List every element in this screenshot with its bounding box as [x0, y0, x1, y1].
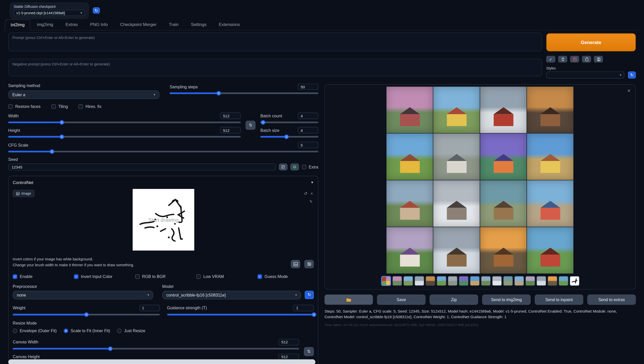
- slider-handle[interactable]: [261, 120, 265, 125]
- send-to-img2img-button[interactable]: Send to img2img: [482, 295, 530, 305]
- slider-track[interactable]: [167, 314, 314, 315]
- thumbnail-15[interactable]: [547, 276, 557, 286]
- tab-img2img[interactable]: img2img: [31, 19, 59, 30]
- gallery-image-2[interactable]: [433, 87, 479, 133]
- thumbnail-11[interactable]: [503, 276, 513, 286]
- new-canvas-button[interactable]: [291, 260, 300, 268]
- open-folder-button[interactable]: [325, 295, 373, 305]
- thumbnail-12[interactable]: [514, 276, 524, 286]
- checkbox-guess-mode[interactable]: Guess Mode: [258, 274, 288, 279]
- image-tab[interactable]: Image: [13, 190, 34, 197]
- slider-handle[interactable]: [84, 312, 89, 317]
- gallery-image-1[interactable]: [386, 87, 433, 133]
- slider-track[interactable]: [8, 151, 318, 152]
- radio-just-resize[interactable]: Just Resize: [117, 328, 145, 333]
- gallery-image-6[interactable]: [433, 133, 479, 180]
- styles-select[interactable]: ▾: [546, 72, 624, 78]
- reuse-seed-button[interactable]: ♻: [290, 163, 299, 170]
- model-select[interactable]: control_scribble-fp16 [c508311e] ▾: [162, 291, 301, 299]
- swap-canvas-dimensions-button[interactable]: ⇅: [304, 347, 314, 356]
- script-section-bar[interactable]: [8, 359, 315, 364]
- save-style-button[interactable]: [594, 56, 603, 62]
- guidance-strength-input[interactable]: [293, 305, 314, 311]
- controlnet-header[interactable]: ControlNet ▼: [13, 180, 314, 185]
- weight-input[interactable]: [139, 305, 160, 311]
- gallery-image-9[interactable]: [386, 180, 433, 227]
- canvas-height-input[interactable]: [278, 354, 299, 360]
- checkbox-invert-input-color[interactable]: Invert Input Color: [74, 274, 135, 279]
- send-to-inpaint-button[interactable]: Send to inpaint: [535, 295, 583, 305]
- tab-train[interactable]: Train: [163, 19, 184, 30]
- height-input[interactable]: [220, 127, 241, 134]
- seed-input[interactable]: [8, 163, 276, 170]
- tab-txt2img[interactable]: txt2img: [5, 19, 30, 31]
- slider-handle[interactable]: [217, 91, 221, 95]
- thumbnail-3[interactable]: [414, 276, 424, 286]
- zip-button[interactable]: Zip: [430, 295, 478, 305]
- radio-scale-to-fit-inner-fit-[interactable]: Scale to Fit (Inner Fit): [64, 328, 110, 333]
- gallery-image-3[interactable]: [480, 87, 526, 133]
- gallery-image-14[interactable]: [433, 227, 479, 273]
- thumbnail-1[interactable]: [392, 276, 402, 286]
- width-input[interactable]: [220, 113, 241, 119]
- gallery-image-8[interactable]: [527, 133, 573, 180]
- swap-dimensions-button[interactable]: ⇅: [246, 121, 256, 130]
- thumbnail-14[interactable]: [536, 276, 546, 286]
- undo-icon[interactable]: ↺: [304, 191, 307, 196]
- random-seed-button[interactable]: ⚂: [279, 163, 287, 170]
- thumbnail-5[interactable]: [436, 276, 446, 286]
- slider-track[interactable]: [13, 314, 160, 315]
- slider-handle[interactable]: [50, 149, 54, 154]
- slider-handle[interactable]: [60, 134, 64, 139]
- slider-track[interactable]: [13, 348, 299, 349]
- refresh-styles-button[interactable]: ↻: [628, 72, 636, 78]
- checkbox-extra[interactable]: Extra: [302, 165, 318, 169]
- thumbnail-4[interactable]: [425, 276, 435, 286]
- thumbnail-10[interactable]: [492, 276, 502, 286]
- checkbox-enable[interactable]: Enable: [13, 274, 74, 279]
- checkbox-rgb-to-bgr[interactable]: RGB to BGR: [135, 274, 196, 279]
- send-to-extras-button[interactable]: Send to extras: [587, 295, 636, 305]
- thumbnail-scribble[interactable]: [569, 276, 579, 286]
- checkbox-tiling[interactable]: Tiling: [51, 104, 68, 109]
- gallery-image-15[interactable]: [480, 227, 526, 273]
- clear-prompt-button[interactable]: [558, 56, 567, 62]
- apply-style-button[interactable]: [582, 56, 591, 62]
- read-params-button[interactable]: ↙: [546, 56, 555, 62]
- thumbnail-13[interactable]: [525, 276, 535, 286]
- gallery-image-4[interactable]: [527, 87, 573, 133]
- thumbnail-6[interactable]: [447, 276, 457, 286]
- thumbnail-8[interactable]: [470, 276, 480, 286]
- slider-track[interactable]: [260, 122, 318, 123]
- slider-handle[interactable]: [284, 134, 289, 139]
- thumbnail-9[interactable]: [481, 276, 491, 286]
- save-button[interactable]: Save: [377, 295, 425, 305]
- refresh-checkpoints-button[interactable]: ↻: [93, 7, 100, 13]
- negative-prompt-input[interactable]: [8, 59, 542, 76]
- gallery-image-16[interactable]: [527, 227, 573, 273]
- slider-track[interactable]: [8, 136, 241, 137]
- gallery-image-10[interactable]: [433, 180, 479, 227]
- thumbnail-2[interactable]: [403, 276, 413, 286]
- adjust-sliders-button[interactable]: [304, 260, 314, 268]
- slider-track[interactable]: [170, 92, 318, 94]
- slider-track[interactable]: [8, 122, 241, 123]
- tab-extras[interactable]: Extras: [60, 19, 83, 30]
- checkpoint-select[interactable]: v1-5-pruned.ckpt [e1441589a6] ▾: [13, 10, 85, 16]
- preprocessor-select[interactable]: none ▾: [13, 291, 153, 299]
- tab-checkpoint-merger[interactable]: Checkpoint Merger: [114, 19, 162, 30]
- sampling-steps-input[interactable]: [298, 83, 318, 90]
- radio-envelope-outer-fit-[interactable]: Envelope (Outer Fit): [13, 328, 57, 333]
- gallery-image-5[interactable]: [386, 133, 433, 180]
- checkbox-low-vram[interactable]: Low VRAM: [196, 274, 257, 279]
- checkbox-hires-fix[interactable]: Hires. fix: [79, 104, 102, 109]
- close-icon[interactable]: ×: [311, 191, 313, 196]
- refresh-models-button[interactable]: ↻: [305, 291, 314, 299]
- batch-size-input[interactable]: [298, 127, 318, 134]
- gallery-image-11[interactable]: [480, 180, 526, 227]
- gallery-image-7[interactable]: [480, 133, 526, 180]
- checkbox-restore-faces[interactable]: Restore faces: [8, 104, 40, 109]
- generate-button[interactable]: Generate: [546, 33, 636, 51]
- slider-handle[interactable]: [108, 346, 113, 351]
- batch-count-input[interactable]: [298, 113, 318, 119]
